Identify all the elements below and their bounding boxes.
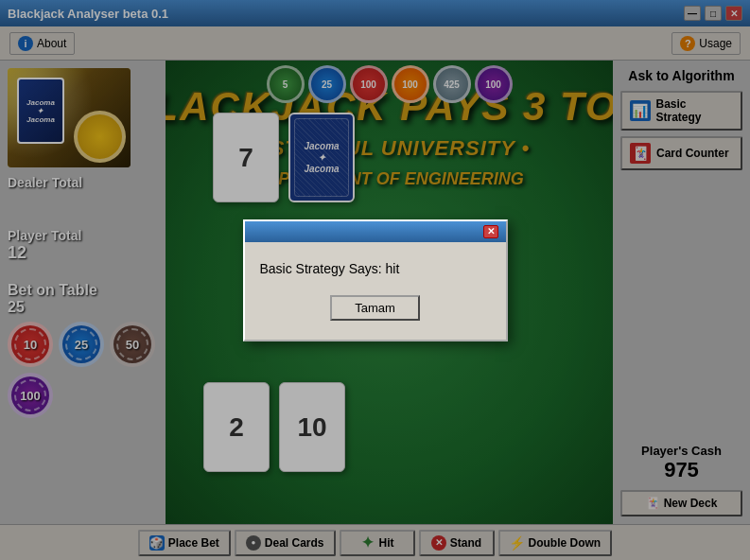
dialog-body: Basic Strategy Says: hit Tamam (245, 242, 506, 340)
dialog-overlay: ✕ Basic Strategy Says: hit Tamam (0, 0, 750, 560)
dialog-titlebar: ✕ (245, 221, 506, 242)
dialog-ok-button[interactable]: Tamam (330, 295, 420, 321)
dialog-close-button[interactable]: ✕ (483, 225, 498, 238)
dialog-message: Basic Strategy Says: hit (260, 261, 491, 276)
dialog: ✕ Basic Strategy Says: hit Tamam (243, 219, 508, 341)
